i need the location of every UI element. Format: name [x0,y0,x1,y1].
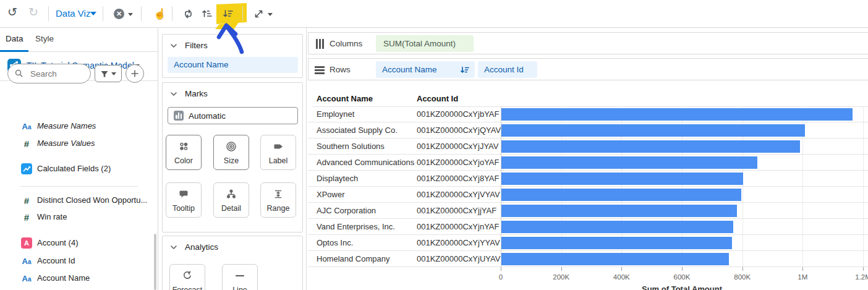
viz-name-menu[interactable]: Data Viz [56,8,90,19]
x-axis-tick [501,267,501,271]
select-hand-icon[interactable]: ☝ [153,7,166,20]
range-icon [261,189,296,200]
bar[interactable] [501,189,741,201]
line-icon [223,270,257,281]
account-id-cell[interactable]: 001KZ00000CxYj8YAF [417,171,499,186]
forecast-button[interactable]: Forecast [169,264,205,290]
account-id-cell[interactable]: 001KZ00000CxYjbYAF [417,106,499,122]
pill-account-name[interactable]: Account Name [376,61,475,78]
account-name-cell[interactable]: XPower [317,187,345,202]
toolbar-separator [103,6,103,21]
add-field-button[interactable] [126,64,144,83]
bar[interactable] [501,140,800,153]
left-panel-scrollbar[interactable] [154,234,156,290]
columns-shelf[interactable]: Columns SUM(Total Amount) [308,32,868,54]
account-id-cell[interactable]: 001KZ00000CxYjnYAF [417,219,499,234]
range-button[interactable]: Range [260,182,296,218]
columns-icon [316,39,324,49]
filters-card: Filters Account Name [162,34,303,78]
undo-button[interactable]: ↺ [7,6,17,18]
x-axis-tick-label: 1M [798,273,807,281]
account-id-cell[interactable]: 001KZ00000CxYjQYAV [417,122,501,138]
rows-shelf[interactable]: Rows Account Name Account Id [308,58,868,80]
bar[interactable] [501,205,737,217]
account-name-cell[interactable]: Displaytech [317,171,358,186]
table-row: Employnet001KZ00000CxYjbYAF [308,106,868,122]
bar[interactable] [501,237,732,249]
account-name-cell[interactable]: AJC Corporation [317,203,376,218]
bar[interactable] [501,108,853,121]
mark-type-dropdown[interactable]: Automatic [168,107,298,124]
x-axis-tick [863,267,864,271]
redo-button[interactable]: ↻ [28,6,38,18]
viz-name-caret-icon[interactable] [90,12,96,15]
column-header-account-id[interactable]: Account Id [417,94,458,103]
color-button[interactable]: Color [166,135,202,170]
x-axis-tick-label: 600K [674,273,691,281]
tooltip-button[interactable]: Tooltip [166,182,202,218]
swap-axes-icon[interactable] [183,9,194,19]
detail-button[interactable]: Detail [213,182,249,218]
filter-fields-button[interactable] [95,65,122,82]
clear-icon[interactable]: ✕ [114,9,124,19]
chevron-down-icon[interactable] [170,43,177,49]
account-name-cell[interactable]: Advanced Communications [317,155,414,170]
table-row: XPower001KZ00000CxYjVYAV [308,187,868,203]
label-button[interactable]: Label [260,135,296,170]
field-account-name[interactable]: Aa Account Name [0,271,158,285]
analytics-title: Analytics [185,242,218,252]
pill-sum-total-amount[interactable]: SUM(Total Amount) [376,35,474,52]
clear-caret-icon[interactable] [128,13,133,16]
field-group-account[interactable]: A Account (4) [0,236,158,250]
sort-ascending-icon[interactable] [202,9,213,19]
account-id-cell[interactable]: 001KZ00000CxYjJYAV [417,139,498,154]
forecast-icon [170,270,205,281]
account-id-cell[interactable]: 001KZ00000CxYjYYAV [417,235,500,250]
x-axis-tick-label: 200K [553,273,569,281]
bar[interactable] [501,253,729,265]
tab-data[interactable]: Data [6,34,23,43]
bar[interactable] [501,124,805,137]
table-row: Homeland Company001KZ00000CxYjUYAV [308,251,868,267]
tab-style[interactable]: Style [35,34,54,43]
number-field-icon: # [20,194,33,207]
columns-label: Columns [330,39,362,48]
field-win-rate[interactable]: # Win rate [0,210,158,224]
field-measure-names[interactable]: Aa Measure Names [0,119,158,133]
size-button[interactable]: Size [213,135,249,170]
bar[interactable] [501,221,733,233]
number-field-icon: # [20,211,33,223]
chevron-down-icon[interactable] [170,91,177,97]
account-id-cell[interactable]: 001KZ00000CxYjjYAF [417,203,496,218]
analytics-card: Analytics Forecast Line [162,236,303,290]
toolbar-separator [141,6,142,21]
column-header-account-name[interactable]: Account Name [317,94,373,103]
account-name-cell[interactable]: Optos Inc. [317,235,353,250]
line-button[interactable]: Line [222,264,258,290]
sort-descending-icon[interactable] [223,9,234,19]
account-name-cell[interactable]: Vand Enterprises, Inc. [317,219,395,234]
account-id-cell[interactable]: 001KZ00000CxYjoYAF [417,155,499,170]
account-name-cell[interactable]: Homeland Company [317,251,390,267]
expand-icon[interactable] [253,9,264,19]
label-icon [261,141,296,152]
pane-tabs: Data Style [0,28,158,52]
pill-account-id[interactable]: Account Id [478,61,537,78]
bar[interactable] [501,173,743,185]
account-id-cell[interactable]: 001KZ00000CxYjUYAV [417,251,500,267]
account-id-cell[interactable]: 001KZ00000CxYjVYAV [417,187,500,202]
account-object-icon: A [20,237,33,249]
chevron-down-icon[interactable] [170,244,177,250]
account-name-cell[interactable]: Southern Solutions [317,139,385,154]
field-distinct-closed-won[interactable]: # Distinct Closed Won Opportu... [0,194,158,207]
expand-caret-icon[interactable] [268,13,273,16]
account-name-cell[interactable]: Associated Supply Co. [317,122,398,138]
field-group-calculated-fields[interactable]: Calculated Fields (2) [0,162,158,176]
x-axis-tick [621,267,622,271]
filter-pill-account-name[interactable]: Account Name [168,57,298,73]
account-name-cell[interactable]: Employnet [317,106,354,122]
number-field-icon: # [20,137,33,150]
field-measure-values[interactable]: # Measure Values [0,137,158,150]
bar[interactable] [501,156,757,169]
field-account-id[interactable]: Aa Account Id [0,254,158,268]
